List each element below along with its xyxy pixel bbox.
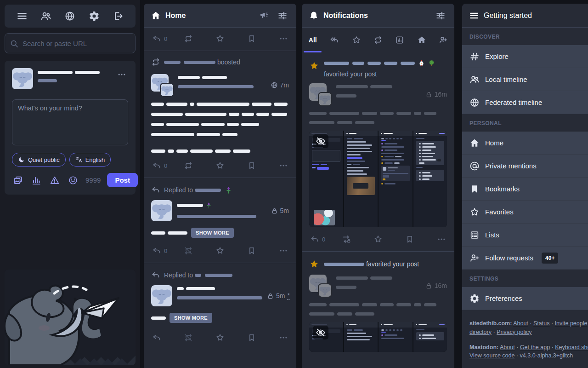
account-menu-button[interactable] <box>115 68 128 81</box>
more-button[interactable] <box>278 332 289 343</box>
poll-bars-icon <box>31 175 41 185</box>
nav-item-follow-requests[interactable]: Follow requests 40+ <box>462 247 588 270</box>
hide-media-button[interactable] <box>313 134 328 148</box>
reply-button[interactable]: 0 <box>151 33 168 44</box>
boost-button[interactable] <box>183 160 194 171</box>
tab-mentions[interactable] <box>323 28 345 52</box>
announcements-button[interactable] <box>257 9 271 23</box>
hide-media-button[interactable] <box>313 326 328 339</box>
version-text: v4.3.0-alpha.3+glitch <box>520 352 573 359</box>
home-column-header[interactable]: Home <box>144 4 296 28</box>
reply-status[interactable]: Replied to 5m * SHOW MORE <box>144 263 296 350</box>
follow-requests-badge: 40+ <box>542 253 558 264</box>
reply-button[interactable] <box>151 332 162 343</box>
avatar[interactable] <box>309 275 331 297</box>
status-timestamp[interactable]: 7m <box>271 74 289 96</box>
media-attachment[interactable] <box>309 131 447 227</box>
bookmark-button[interactable] <box>404 234 415 245</box>
boosted-status[interactable]: boosted 7m <box>144 51 296 178</box>
add-poll-button[interactable] <box>30 174 42 186</box>
status-link[interactable]: Status <box>533 320 549 327</box>
edited-marker[interactable]: * <box>287 292 289 300</box>
keyboard-shortcuts-link[interactable]: Keyboard shortcuts <box>555 344 588 351</box>
about-link[interactable]: About <box>513 320 528 327</box>
compose-textarea[interactable] <box>12 99 128 145</box>
reply-button[interactable]: 0 <box>151 160 168 171</box>
tab-boosts[interactable] <box>367 28 389 52</box>
nav-item-lists[interactable]: Lists <box>462 224 588 247</box>
elephant-avatar-art <box>12 68 33 89</box>
show-more-button[interactable]: SHOW MORE <box>170 313 212 323</box>
avatar[interactable] <box>309 83 331 105</box>
more-button[interactable] <box>278 33 289 44</box>
redacted-display-name <box>202 76 227 79</box>
tab-all[interactable]: All <box>302 28 323 52</box>
mastodon-about-link[interactable]: About <box>500 344 515 351</box>
media-attachment[interactable] <box>309 322 447 352</box>
nav-item-bookmarks[interactable]: Bookmarks <box>462 178 588 201</box>
tab-favorites[interactable] <box>345 28 367 52</box>
tab-statuses[interactable] <box>411 28 432 52</box>
notification-favorite[interactable]: favorited your post 16m <box>302 52 454 251</box>
view-source-link[interactable]: View source code <box>469 352 514 359</box>
nav-item-local-timeline[interactable]: Local timeline <box>462 68 588 91</box>
federated-timeline-button[interactable] <box>62 9 77 23</box>
get-the-app-link[interactable]: Get the app <box>520 344 550 351</box>
boost-private-icon <box>342 235 351 244</box>
status-timestamp[interactable]: 5m * <box>267 285 290 306</box>
character-counter: 9999 <box>85 176 101 184</box>
boost-private-button[interactable] <box>341 234 352 245</box>
favorite-button[interactable] <box>215 160 226 171</box>
avatar[interactable] <box>12 68 33 89</box>
post-button[interactable]: Post <box>107 173 138 187</box>
attach-media-button[interactable] <box>12 174 24 186</box>
local-timeline-button[interactable] <box>39 9 53 23</box>
invite-people-link[interactable]: Invite people <box>555 320 588 327</box>
favorite-button[interactable] <box>215 245 226 256</box>
language-button[interactable]: English <box>69 153 111 167</box>
search-input[interactable] <box>5 33 136 53</box>
tab-polls[interactable] <box>389 28 411 52</box>
redacted-display-name <box>336 85 368 88</box>
nav-item-preferences[interactable]: Preferences <box>462 287 588 310</box>
reply-button[interactable]: 0 <box>151 245 168 256</box>
preferences-button[interactable] <box>87 9 102 23</box>
tab-follows[interactable] <box>433 28 454 52</box>
bookmark-button[interactable] <box>246 160 257 171</box>
favorite-button[interactable] <box>215 33 226 44</box>
favorite-button[interactable] <box>373 234 384 245</box>
show-more-button[interactable]: SHOW MORE <box>191 228 234 238</box>
more-button[interactable] <box>278 245 289 256</box>
logout-button[interactable] <box>111 9 125 23</box>
more-button[interactable] <box>278 160 289 171</box>
boost-button[interactable] <box>183 33 194 44</box>
notification-favorite[interactable]: favorited your post 16m <box>302 252 454 352</box>
notifications-column-header[interactable]: Notifications <box>302 4 454 28</box>
bookmark-button[interactable] <box>246 245 257 256</box>
bookmark-button[interactable] <box>246 33 257 44</box>
reply-button[interactable]: 0 <box>309 234 326 245</box>
bookmark-button[interactable] <box>246 332 257 343</box>
more-button[interactable] <box>436 234 447 245</box>
nav-item-home[interactable]: Home <box>462 132 588 155</box>
emoji-button[interactable] <box>67 174 79 186</box>
nav-item-private-mentions[interactable]: Private mentions <box>462 155 588 178</box>
nav-item-favorites[interactable]: Favorites <box>462 201 588 224</box>
avatar[interactable] <box>151 285 172 306</box>
column-settings-button[interactable] <box>276 9 289 23</box>
avatar[interactable] <box>151 74 173 96</box>
person-add-icon <box>469 253 480 263</box>
privacy-policy-link[interactable]: Privacy policy <box>497 329 531 335</box>
status-timestamp[interactable]: 5m <box>271 200 289 221</box>
reply-status[interactable]: Replied to 5m SHOW MORE 0 <box>144 178 296 263</box>
status-timestamp[interactable]: 16m <box>425 83 447 105</box>
content-warning-button[interactable] <box>49 174 61 186</box>
nav-item-explore[interactable]: Explore <box>462 45 588 68</box>
column-settings-button[interactable] <box>434 9 447 23</box>
favorite-button[interactable] <box>215 332 226 343</box>
avatar[interactable] <box>151 200 172 221</box>
menu-button[interactable] <box>15 9 29 23</box>
status-timestamp[interactable]: 16m <box>425 275 447 297</box>
nav-item-federated-timeline[interactable]: Federated timeline <box>462 91 588 114</box>
visibility-button[interactable]: Quiet public <box>12 153 66 167</box>
